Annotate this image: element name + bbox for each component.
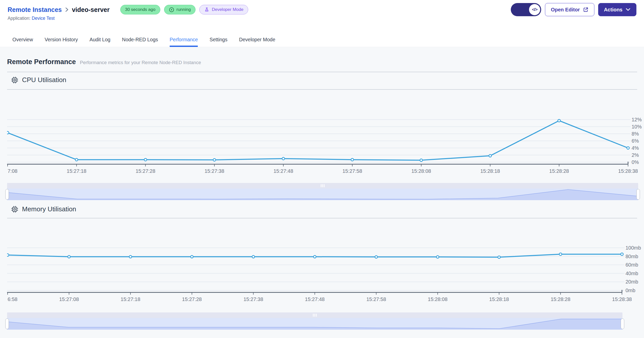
cpu-brush-mini-chart: [7, 189, 638, 200]
cpu-brush-right-handle[interactable]: [636, 189, 640, 200]
svg-text:15:27:28: 15:27:28: [136, 168, 155, 174]
header-controls: </> Open Editor Actions: [511, 3, 636, 16]
svg-text:15:27:18: 15:27:18: [67, 168, 86, 174]
running-status-label: running: [177, 7, 191, 12]
svg-text:2%: 2%: [632, 152, 639, 158]
svg-text:10%: 10%: [632, 124, 642, 129]
memory-section-title: Memory Utilisation: [22, 205, 76, 213]
svg-text:15:27:38: 15:27:38: [205, 168, 224, 174]
cpu-chart-range-selector[interactable]: [7, 183, 638, 201]
cpu-section-title: CPU Utilisation: [22, 76, 66, 84]
tab-settings[interactable]: Settings: [209, 33, 227, 47]
svg-text:60mb: 60mb: [626, 262, 638, 268]
svg-text:0%: 0%: [632, 159, 639, 165]
svg-text:8%: 8%: [632, 131, 639, 137]
open-editor-label: Open Editor: [551, 7, 580, 13]
svg-text:100mb: 100mb: [626, 245, 641, 251]
memory-chart-range-selector[interactable]: [7, 312, 622, 330]
svg-text:15:27:38: 15:27:38: [243, 296, 263, 302]
divider: [7, 72, 637, 72]
chevron-down-icon: [626, 8, 631, 11]
memory-brush-track[interactable]: [7, 312, 622, 318]
memory-brush-right-handle[interactable]: [621, 318, 624, 329]
svg-text:40mb: 40mb: [626, 271, 638, 276]
app-window: Remote Instances video-server 30 seconds…: [0, 0, 644, 338]
play-circle-icon: [169, 7, 174, 12]
svg-text:0mb: 0mb: [626, 288, 635, 293]
cpu-brush-preview[interactable]: [7, 189, 638, 200]
last-seen-label: 30 seconds ago: [125, 7, 155, 12]
divider: [7, 218, 637, 218]
page-heading: Remote Performance Performance metrics f…: [7, 58, 201, 66]
memory-brush-mini-chart: [7, 318, 622, 330]
memory-utilisation-chart: 0mb20mb40mb60mb80mb100mb6:5815:27:0815:2…: [7, 219, 644, 306]
svg-text:6%: 6%: [632, 138, 639, 144]
svg-text:7:08: 7:08: [8, 168, 17, 174]
svg-text:15:28:38: 15:28:38: [618, 168, 638, 174]
memory-brush-grip-handle[interactable]: [313, 314, 317, 317]
running-status-badge: running: [164, 5, 196, 14]
tab-bar: OverviewVersion HistoryAudit LogNode-RED…: [0, 33, 644, 47]
memory-chip-icon: [11, 206, 18, 213]
cpu-section-header: CPU Utilisation: [11, 76, 66, 84]
tab-performance[interactable]: Performance: [170, 33, 198, 47]
svg-text:6:58: 6:58: [8, 296, 17, 302]
svg-text:4%: 4%: [632, 145, 639, 151]
page-subtitle: Performance metrics for your Remote Node…: [80, 60, 201, 65]
cpu-utilisation-chart: 0%2%4%6%8%10%12%7:0815:27:1815:27:2815:2…: [7, 91, 644, 177]
external-link-icon: [583, 7, 589, 12]
breadcrumb-parent-link[interactable]: Remote Instances: [8, 6, 62, 13]
actions-label: Actions: [604, 7, 622, 13]
memory-section-header: Memory Utilisation: [11, 205, 76, 213]
actions-button[interactable]: Actions: [598, 3, 636, 16]
svg-text:15:27:58: 15:27:58: [366, 296, 386, 302]
application-link[interactable]: Device Test: [32, 16, 54, 21]
svg-text:15:27:48: 15:27:48: [305, 296, 325, 302]
cpu-brush-track[interactable]: [7, 183, 638, 189]
breadcrumb-current: video-server: [72, 6, 110, 13]
status-badges: 30 seconds ago running Developer Mode: [120, 5, 248, 14]
svg-text:20mb: 20mb: [626, 279, 638, 285]
developer-mode-badge: Developer Mode: [199, 5, 248, 14]
svg-text:80mb: 80mb: [626, 254, 638, 259]
page-title: Remote Performance: [7, 58, 76, 66]
application-row: Application: Device Test: [8, 16, 55, 21]
flask-icon: [204, 7, 209, 12]
cpu-brush-left-handle[interactable]: [5, 189, 9, 200]
last-seen-badge: 30 seconds ago: [120, 5, 160, 14]
svg-text:15:27:18: 15:27:18: [121, 296, 140, 302]
breadcrumb-chevron-icon: [65, 7, 69, 12]
tab-node-red-logs[interactable]: Node-RED Logs: [122, 33, 158, 47]
svg-text:15:27:08: 15:27:08: [59, 296, 79, 302]
page-header: Remote Instances video-server 30 seconds…: [8, 3, 636, 17]
svg-text:15:28:28: 15:28:28: [549, 168, 569, 174]
svg-text:15:27:48: 15:27:48: [274, 168, 293, 174]
tab-developer-mode[interactable]: Developer Mode: [239, 33, 275, 47]
cpu-chip-icon: [11, 77, 18, 84]
divider: [7, 89, 637, 90]
breadcrumb: Remote Instances video-server: [8, 6, 110, 13]
svg-text:15:28:08: 15:28:08: [428, 296, 447, 302]
open-editor-button[interactable]: Open Editor: [545, 3, 594, 16]
memory-brush-left-handle[interactable]: [5, 318, 9, 329]
svg-text:15:27:58: 15:27:58: [342, 168, 362, 174]
svg-text:15:28:18: 15:28:18: [480, 168, 500, 174]
tab-version-history[interactable]: Version History: [45, 33, 78, 47]
developer-mode-label: Developer Mode: [212, 7, 243, 12]
editor-mode-toggle[interactable]: </>: [511, 3, 541, 16]
cpu-brush-grip-handle[interactable]: [321, 184, 325, 187]
svg-text:12%: 12%: [632, 117, 642, 122]
svg-text:15:28:28: 15:28:28: [551, 296, 570, 302]
memory-brush-preview[interactable]: [7, 318, 622, 330]
svg-text:15:28:18: 15:28:18: [489, 296, 509, 302]
application-label: Application:: [8, 16, 30, 21]
svg-text:15:28:08: 15:28:08: [411, 168, 431, 174]
svg-text:15:27:28: 15:27:28: [182, 296, 202, 302]
tab-audit-log[interactable]: Audit Log: [89, 33, 110, 47]
svg-text:15:28:38: 15:28:38: [612, 296, 632, 302]
code-icon: </>: [529, 4, 540, 15]
tab-overview[interactable]: Overview: [12, 33, 33, 47]
